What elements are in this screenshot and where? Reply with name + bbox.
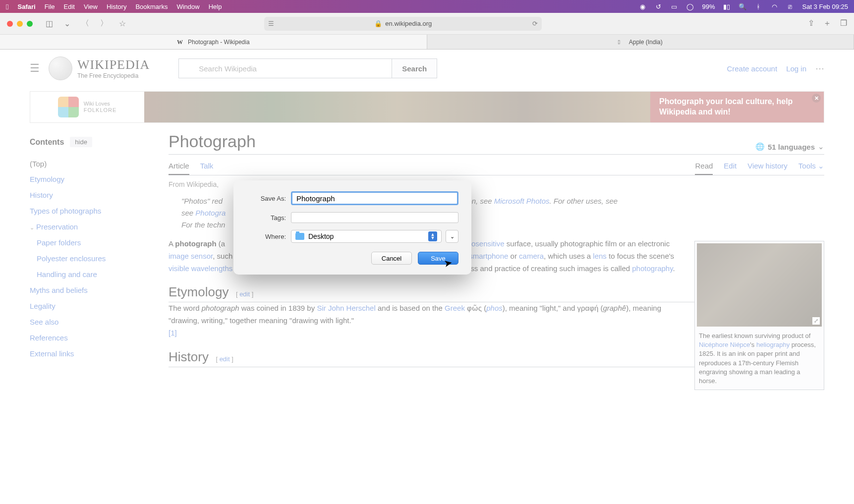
toc-item-history[interactable]: History xyxy=(30,187,159,203)
control-center-icon[interactable]: ⎚ xyxy=(786,2,794,10)
edit-section-link[interactable]: edit xyxy=(239,290,250,298)
toc-item-seealso[interactable]: See also xyxy=(30,314,159,330)
reload-icon[interactable]: ⟳ xyxy=(532,20,538,27)
menu-bookmarks[interactable]: Bookmarks xyxy=(135,3,168,10)
link-heliography[interactable]: heliography xyxy=(756,341,790,348)
timemachine-icon[interactable]: ↺ xyxy=(654,2,662,10)
back-button[interactable]: 〈 xyxy=(78,16,92,31)
search-input[interactable] xyxy=(178,58,392,78)
toc-item-paper-folders[interactable]: Paper folders xyxy=(30,235,159,251)
wifi-icon[interactable]: ◠ xyxy=(770,2,778,10)
toc-item-types[interactable]: Types of photographs xyxy=(30,203,159,219)
tab-talk[interactable]: Talk xyxy=(200,158,214,175)
new-tab-icon[interactable]: ＋ xyxy=(823,18,831,29)
link-photograph-disambig[interactable]: Photogra xyxy=(195,209,226,217)
save-as-input[interactable] xyxy=(291,191,458,205)
link-ms-photos[interactable]: Microsoft Photos xyxy=(494,197,550,205)
enlarge-icon[interactable]: ⤢ xyxy=(812,317,820,325)
menu-file[interactable]: File xyxy=(45,3,55,10)
banner-image-strip xyxy=(144,92,650,122)
puzzle-heart-icon xyxy=(58,97,79,117)
toc-hide-button[interactable]: hide xyxy=(70,137,92,147)
article-tabs: Article Talk Read Edit View history Tool… xyxy=(169,158,824,175)
toc-item-external[interactable]: External links xyxy=(30,346,159,362)
share-icon[interactable]: ⇪ xyxy=(808,18,814,29)
fundraising-banner[interactable]: Wiki LovesFOLKLORE Photograph your local… xyxy=(30,91,824,123)
battery-percent: 99% xyxy=(702,3,715,10)
spotlight-icon[interactable]: 🔍 xyxy=(739,2,746,10)
minimize-window-button[interactable] xyxy=(17,21,23,27)
link-phos[interactable]: phos xyxy=(486,304,503,312)
link-image-sensor[interactable]: image sensor xyxy=(169,252,213,260)
ref-1[interactable]: [1] xyxy=(169,329,177,337)
expand-dialog-button[interactable]: ⌄ xyxy=(446,230,458,243)
tab-apple-india[interactable]:  Apple (India) xyxy=(427,35,854,49)
display-icon[interactable]: ▭ xyxy=(670,2,678,10)
toc-item-etymology[interactable]: Etymology xyxy=(30,171,159,187)
create-account-link[interactable]: Create account xyxy=(727,64,777,73)
link-lens[interactable]: lens xyxy=(593,252,607,260)
tab-edit[interactable]: Edit xyxy=(724,158,737,175)
dropdown-arrows-icon: ▲▼ xyxy=(428,231,437,241)
wikipedia-globe-icon xyxy=(49,56,72,80)
tab-article[interactable]: Article xyxy=(169,158,189,175)
search-button[interactable]: Search xyxy=(392,58,437,78)
favorite-star-icon[interactable]: ☆ xyxy=(116,17,129,30)
toc-item-handling[interactable]: Handling and care xyxy=(30,267,159,282)
main-menu-icon[interactable]: ☰ xyxy=(30,62,40,75)
chevron-down-icon[interactable]: ⌄ xyxy=(30,224,34,230)
link-visible-wavelengths[interactable]: visible wavelengths xyxy=(169,264,232,273)
user-icon[interactable]: ◯ xyxy=(686,2,694,10)
forward-button[interactable]: 〉 xyxy=(97,16,111,31)
toc-item-legality[interactable]: Legality xyxy=(30,298,159,314)
toc-item-top[interactable]: (Top) xyxy=(30,156,159,171)
sidebar-chevron-icon[interactable]: ⌄ xyxy=(61,17,73,30)
battery-icon[interactable]: ▮▯ xyxy=(723,2,731,10)
save-as-label: Save As: xyxy=(246,195,286,202)
wikipedia-logo[interactable]: WIKIPEDIA The Free Encyclopedia xyxy=(49,56,150,80)
cancel-button[interactable]: Cancel xyxy=(371,252,412,265)
login-link[interactable]: Log in xyxy=(786,64,806,73)
more-options-icon[interactable]: ⋯ xyxy=(815,63,824,74)
menu-help[interactable]: Help xyxy=(209,3,222,10)
banner-cta[interactable]: Photograph your local culture, help Wiki… xyxy=(650,92,824,122)
address-bar[interactable]: ☰ 🔒 en.wikipedia.org ⟳ xyxy=(264,17,542,31)
bluetooth-icon[interactable]: ᚼ xyxy=(754,2,762,10)
banner-close-icon[interactable]: ✕ xyxy=(812,94,821,103)
tab-overview-icon[interactable]: ❐ xyxy=(840,18,847,29)
edit-section-link[interactable]: edit xyxy=(220,355,230,363)
link-camera[interactable]: camera xyxy=(519,252,544,260)
link-smartphone[interactable]: smartphone xyxy=(469,252,508,260)
tags-label: Tags: xyxy=(246,214,286,222)
sidebar-toggle-icon[interactable]: ◫ xyxy=(43,17,56,30)
menu-edit[interactable]: Edit xyxy=(64,3,75,10)
language-selector[interactable]: 🌐 51 languages ⌄ xyxy=(755,142,824,151)
link-herschel[interactable]: Sir John Herschel xyxy=(317,304,375,312)
tab-view-history[interactable]: View history xyxy=(747,158,788,175)
close-window-button[interactable] xyxy=(7,21,13,27)
apple-menu-icon[interactable]:  xyxy=(6,2,8,11)
language-count: 51 languages xyxy=(768,143,815,151)
toc-item-myths[interactable]: Myths and beliefs xyxy=(30,282,159,298)
record-icon[interactable]: ◉ xyxy=(638,2,646,10)
link-photography[interactable]: photography xyxy=(632,264,673,273)
app-name[interactable]: Safari xyxy=(17,3,35,10)
toc-item-preservation[interactable]: ⌄Preservation xyxy=(30,219,159,235)
toc-item-references[interactable]: References xyxy=(30,330,159,346)
tab-tools[interactable]: Tools ⌄ xyxy=(798,158,824,175)
infobox-image[interactable]: ⤢ xyxy=(697,243,822,327)
logo-tagline: The Free Encyclopedia xyxy=(77,72,150,79)
tags-input[interactable] xyxy=(291,212,458,223)
menu-window[interactable]: Window xyxy=(176,3,199,10)
menu-view[interactable]: View xyxy=(84,3,98,10)
clock[interactable]: Sat 3 Feb 09:25 xyxy=(802,3,848,10)
tab-photograph[interactable]: W Photograph - Wikipedia xyxy=(0,35,427,49)
menu-history[interactable]: History xyxy=(107,3,126,10)
tab-read[interactable]: Read xyxy=(695,158,713,175)
zoom-window-button[interactable] xyxy=(27,21,33,27)
toc-item-polyester[interactable]: Polyester enclosures xyxy=(30,251,159,267)
link-niepce[interactable]: Nicéphore Niépce xyxy=(699,341,750,348)
where-dropdown[interactable]: Desktop ▲▼ xyxy=(291,230,442,243)
reader-mode-icon[interactable]: ☰ xyxy=(268,20,274,27)
link-greek[interactable]: Greek xyxy=(445,304,465,312)
